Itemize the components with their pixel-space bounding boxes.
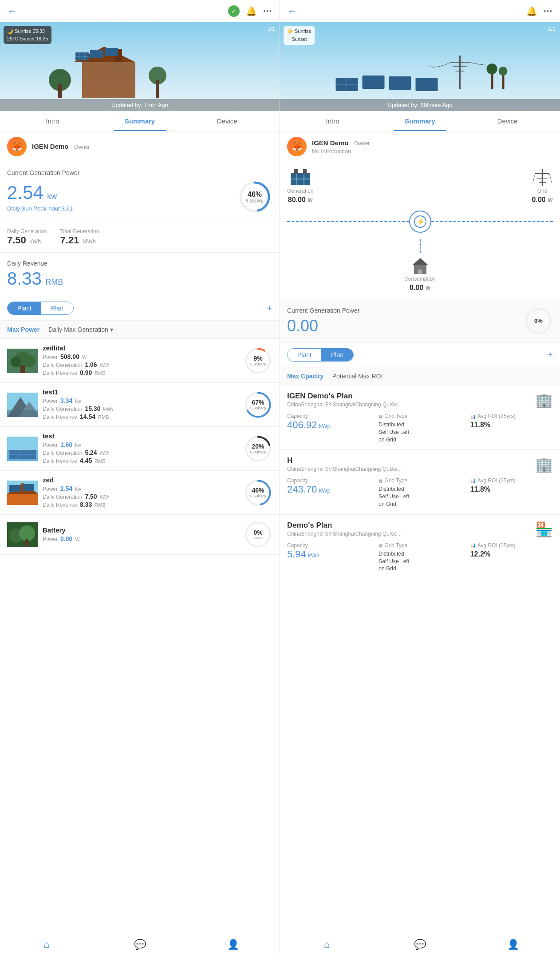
consumption-label: Consumption [404, 276, 436, 282]
revenue-unit-left: RMB [45, 278, 63, 286]
gauge-test: 20% 8.00kWp [244, 434, 272, 463]
revenue-value-left: 8.33 [7, 269, 42, 288]
plant-item-zedlital[interactable]: zedlital Power 508.00 W Daily Generation… [0, 339, 280, 383]
back-button-left[interactable]: ← [7, 5, 17, 17]
profile-icon-left: 👤 [227, 939, 239, 950]
svg-rect-4 [90, 50, 103, 58]
tab-intro-right[interactable]: Intro [289, 111, 376, 131]
svg-rect-12 [156, 80, 159, 98]
user-row-right: 🦊 IGEN Demo Owner No Introduction [280, 131, 560, 162]
tab-summary-right[interactable]: Summary [376, 111, 464, 131]
add-button-left[interactable]: + [267, 302, 272, 314]
plant-name-test: test [43, 432, 239, 440]
toggle-group-left: Plant Plan [7, 302, 74, 315]
nav-profile-left[interactable]: 👤 [186, 939, 280, 950]
roi-value-demo: 12.2% [470, 550, 553, 558]
potential-roi-label: Potential Max ROI [332, 373, 383, 380]
bottom-nav-left: ⌂ 💬 👤 [0, 935, 280, 954]
plant-item-test1[interactable]: test1 Power 3.34 kw Daily Generation 15.… [0, 383, 280, 427]
plan-item-h[interactable]: H ChinaShanghai ShiShanghaiChangning QuB… [280, 450, 560, 514]
capacity-label-demo: Capacity [287, 542, 370, 549]
plant-item-test[interactable]: test Power 1.60 kw Daily Generation 5.24… [0, 427, 280, 471]
svg-rect-25 [7, 410, 38, 417]
plan-building-icon-igen: 🏢 [535, 392, 553, 409]
svg-rect-53 [363, 76, 385, 89]
roi-label-igen: 📊 Avg ROI (25yrs) [470, 413, 553, 419]
current-gen-label-left: Current Generation Power [7, 169, 272, 176]
nav-home-right[interactable]: ⌂ [280, 939, 373, 950]
bell-icon-right[interactable]: 🔔 [526, 6, 537, 16]
plant-toggle-left[interactable]: Plant [8, 302, 41, 314]
add-button-right[interactable]: + [547, 349, 553, 361]
nav-home-left[interactable]: ⌂ [0, 939, 93, 950]
user-intro-right: No Introduction [312, 148, 370, 155]
plan-item-demo[interactable]: Demo's Plan ChinaShanghai ShiShanghaiCha… [280, 515, 560, 579]
current-gen-label-right: Current Generation Power [287, 307, 359, 314]
roi-label-demo: 📊 Avg ROI (25yrs) [470, 542, 553, 549]
chevron-down-icon: ▾ [110, 326, 113, 333]
capacity-unit-demo: kWp [308, 552, 319, 559]
current-gen-section-left: Current Generation Power 2.54 kw Daily S… [0, 162, 280, 222]
plant-info-battery: Battery Power 0.00 W [43, 526, 239, 543]
grid-type-value-igen: DistributedSelf Use Lefton Grid [379, 421, 461, 443]
home-icon-left: ⌂ [43, 939, 49, 950]
nav-messages-left[interactable]: 💬 [93, 939, 186, 950]
plan-name-igen: IGEN Demo's Plan [287, 392, 402, 401]
toggle-row-left: Plant Plan + [0, 296, 280, 321]
plant-thumb-battery [7, 522, 38, 547]
plant-name-battery: Battery [43, 526, 239, 534]
more-icon-right[interactable]: ••• [544, 8, 553, 15]
total-gen-label-left: Total Generation [60, 228, 99, 235]
svg-rect-60 [502, 73, 505, 89]
page-indicator-left: 1/1 [268, 26, 275, 32]
plant-info-zedlital: zedlital Power 508.00 W Daily Generation… [43, 344, 239, 377]
plan-item-igen[interactable]: IGEN Demo's Plan ChinaShanghai ShiShangh… [280, 386, 560, 450]
plant-thumb-test [7, 437, 38, 461]
generation-node: Generation 80.00 W [287, 169, 313, 204]
capacity-value-demo: 5.94 [287, 549, 306, 560]
energy-center-icon: ⚡ [409, 211, 431, 233]
plan-list-right: IGEN Demo's Plan ChinaShanghai ShiShangh… [280, 386, 560, 579]
left-screen: ← ✓ 🔔 ••• [0, 0, 280, 954]
plan-building-icon-h: 🏢 [535, 456, 553, 473]
svg-rect-40 [23, 484, 34, 491]
svg-rect-67 [303, 169, 307, 174]
svg-marker-74 [412, 258, 428, 265]
roi-value-h: 11.8% [470, 485, 553, 493]
plan-name-h: H [287, 456, 402, 465]
more-icon-left[interactable]: ••• [263, 8, 272, 15]
svg-rect-76 [418, 270, 422, 274]
plant-name-zed: zed [43, 476, 239, 484]
tab-intro-left[interactable]: Intro [9, 111, 96, 131]
tabs-left: Intro Summary Device [0, 111, 280, 131]
nav-messages-right[interactable]: 💬 [373, 939, 466, 950]
capacity-label-h: Capacity [287, 477, 370, 484]
right-screen: ← 🔔 ••• [280, 0, 560, 954]
bell-icon-left[interactable]: 🔔 [246, 6, 257, 16]
tab-summary-left[interactable]: Summary [96, 111, 184, 131]
capacity-unit-igen: kWp [319, 423, 331, 429]
svg-rect-39 [9, 485, 20, 492]
tab-device-left[interactable]: Device [183, 111, 271, 131]
tab-device-right[interactable]: Device [464, 111, 551, 131]
plan-toggle-left[interactable]: Plan [41, 302, 73, 314]
svg-rect-54 [389, 76, 411, 90]
total-gen-value-left: 7.21 [60, 235, 79, 246]
back-button-right[interactable]: ← [287, 5, 297, 17]
plant-thumb-zedlital [7, 349, 38, 373]
plan-location-igen: ChinaShanghai ShiShanghaiChangning QuXie… [287, 401, 402, 408]
nav-profile-right[interactable]: 👤 [467, 939, 560, 950]
capacity-unit-h: kWp [319, 487, 331, 494]
capacity-value-h: 243.70 [287, 484, 317, 495]
home-icon-right: ⌂ [324, 939, 330, 950]
plant-item-battery[interactable]: Battery Power 0.00 W 0% 0kWp [0, 515, 280, 555]
plant-toggle-right[interactable]: Plant [288, 349, 321, 361]
max-capacity-label: Max Cpacity [287, 373, 323, 380]
profile-icon-right: 👤 [507, 939, 519, 950]
gauge-zedlital: 9% 5.94kWp [244, 346, 272, 375]
plan-toggle-right[interactable]: Plan [321, 349, 353, 361]
plant-item-zed[interactable]: zed Power 2.54 kw Daily Generation 7.50 … [0, 471, 280, 515]
grid-type-label-demo: ▦ Grid Type [379, 542, 461, 549]
grid-type-value-demo: DistributedSelf Use Lefton Grid [379, 550, 461, 572]
plant-name-zedlital: zedlital [43, 344, 239, 352]
